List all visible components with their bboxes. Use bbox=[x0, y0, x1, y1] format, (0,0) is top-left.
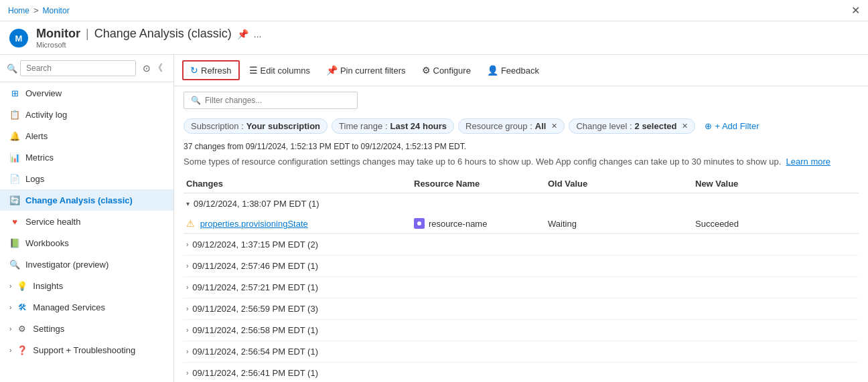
change-cell: ⚠ properties.provisioningState bbox=[184, 218, 411, 229]
nav-activity-log[interactable]: 📋 Activity log bbox=[0, 104, 173, 125]
header-company: Microsoft bbox=[36, 41, 261, 49]
add-filter-label: + Add Filter bbox=[715, 121, 759, 131]
nav-investigator[interactable]: 🔍 Investigator (preview) bbox=[0, 254, 173, 275]
time-range-pill-value: Last 24 hours bbox=[390, 121, 447, 131]
group-header-3[interactable]: › 09/11/2024, 2:57:21 PM EDT (1) bbox=[184, 277, 859, 298]
old-value-cell: Waiting bbox=[545, 219, 693, 229]
nav-alerts-label: Alerts bbox=[25, 131, 48, 141]
change-link[interactable]: properties.provisioningState bbox=[200, 219, 308, 229]
refresh-label: Refresh bbox=[201, 66, 232, 76]
table-row-group-2: › 09/11/2024, 2:57:46 PM EDT (1) bbox=[184, 256, 859, 277]
sidebar-collapse-button[interactable]: ⊙ bbox=[143, 63, 151, 74]
more-options-button[interactable]: ... bbox=[254, 29, 262, 39]
change-analysis-icon: 🔄 bbox=[9, 195, 20, 205]
breadcrumb-monitor[interactable]: Monitor bbox=[43, 6, 70, 15]
group-header-2[interactable]: › 09/11/2024, 2:57:46 PM EDT (1) bbox=[184, 256, 859, 276]
nav-investigator-label: Investigator (preview) bbox=[25, 260, 108, 270]
svg-text:M: M bbox=[15, 33, 23, 43]
resource-name-cell: resource-name bbox=[411, 218, 545, 229]
group-header-7[interactable]: › 09/11/2024, 2:56:41 PM EDT (1) bbox=[184, 363, 859, 382]
nav-support-troubleshooting[interactable]: › ❓ Support + Troubleshooting bbox=[0, 339, 173, 361]
edit-columns-label: Edit columns bbox=[261, 66, 310, 76]
support-icon: ❓ bbox=[17, 345, 27, 355]
resource-group-pill-close[interactable]: ✕ bbox=[551, 122, 557, 130]
nav-managed-services[interactable]: › 🛠 Managed Services bbox=[0, 296, 173, 318]
monitor-icon: M bbox=[8, 27, 29, 49]
group-header-4[interactable]: › 09/11/2024, 2:56:59 PM EDT (3) bbox=[184, 298, 859, 319]
change-level-pill-close[interactable]: ✕ bbox=[682, 122, 688, 130]
group-header-6[interactable]: › 09/11/2024, 2:56:54 PM EDT (1) bbox=[184, 341, 859, 362]
nav-overview[interactable]: ⊞ Overview bbox=[0, 82, 173, 104]
col-old-value: Old Value bbox=[545, 179, 693, 189]
learn-more-link[interactable]: Learn more bbox=[786, 157, 830, 167]
feedback-label: Feedback bbox=[501, 66, 539, 76]
filter-area: 🔍 bbox=[174, 86, 868, 114]
add-filter-button[interactable]: ⊕ + Add Filter bbox=[699, 119, 764, 133]
group-label-3: 09/11/2024, 2:57:21 PM EDT (1) bbox=[192, 282, 318, 292]
table-row-group-4: › 09/11/2024, 2:56:59 PM EDT (3) bbox=[184, 298, 859, 320]
filter-search-icon: 🔍 bbox=[191, 96, 201, 105]
service-health-icon: ♥ bbox=[9, 216, 20, 227]
feedback-button[interactable]: 👤 Feedback bbox=[480, 62, 546, 79]
resource-icon bbox=[414, 218, 425, 229]
close-button[interactable]: ✕ bbox=[851, 4, 860, 17]
pin-filters-label: Pin current filters bbox=[340, 66, 406, 76]
breadcrumb-home[interactable]: Home bbox=[8, 6, 29, 15]
nav-service-health[interactable]: ♥ Service health bbox=[0, 211, 173, 232]
configure-label: Configure bbox=[433, 66, 471, 76]
breadcrumb: Home > Monitor bbox=[8, 5, 70, 15]
nav-metrics[interactable]: 📊 Metrics bbox=[0, 147, 173, 168]
nav-workbooks[interactable]: 📗 Workbooks bbox=[0, 232, 173, 254]
sidebar-expand-button[interactable]: 《 bbox=[153, 62, 163, 74]
filter-input-container[interactable]: 🔍 bbox=[184, 92, 358, 109]
group-expand-icon-5: › bbox=[186, 326, 188, 334]
table-row: ⚠ properties.provisioningState resource-… bbox=[184, 214, 859, 233]
resource-name-text: resource-name bbox=[429, 219, 487, 229]
edit-columns-button[interactable]: ☰ Edit columns bbox=[242, 62, 317, 79]
configure-button[interactable]: ⚙ Configure bbox=[415, 62, 478, 79]
configure-icon: ⚙ bbox=[422, 65, 431, 76]
refresh-button[interactable]: ↻ Refresh bbox=[182, 60, 240, 80]
pin-icon-button[interactable]: 📌 bbox=[237, 29, 248, 39]
nav-alerts[interactable]: 🔔 Alerts bbox=[0, 125, 173, 147]
nav-logs-label: Logs bbox=[25, 174, 44, 184]
header-separator: | bbox=[86, 27, 89, 41]
insights-icon: 💡 bbox=[17, 280, 27, 291]
activity-log-icon: 📋 bbox=[9, 109, 20, 120]
add-filter-icon: ⊕ bbox=[705, 121, 712, 131]
top-bar: Home > Monitor ✕ bbox=[0, 0, 868, 21]
group-header-1[interactable]: › 09/12/2024, 1:37:15 PM EDT (2) bbox=[184, 234, 859, 255]
table-header: Changes Resource Name Old Value New Valu… bbox=[184, 175, 859, 193]
nav-managed-services-label: Managed Services bbox=[33, 302, 105, 312]
nav-insights[interactable]: › 💡 Insights bbox=[0, 275, 173, 296]
group-expand-icon-2: › bbox=[186, 262, 188, 270]
col-changes: Changes bbox=[184, 179, 411, 189]
svg-point-3 bbox=[417, 221, 421, 225]
search-area: 🔍 ⊙ 《 bbox=[0, 55, 173, 82]
pin-filters-icon: 📌 bbox=[326, 65, 338, 76]
settings-icon: ⚙ bbox=[17, 323, 27, 334]
overview-icon: ⊞ bbox=[9, 88, 20, 98]
col-new-value: New Value bbox=[693, 179, 859, 189]
pin-filters-button[interactable]: 📌 Pin current filters bbox=[319, 62, 413, 79]
subscription-pill: Subscription : Your subscription bbox=[184, 118, 328, 134]
group-header-5[interactable]: › 09/11/2024, 2:56:58 PM EDT (1) bbox=[184, 320, 859, 341]
table-row-group-5: › 09/11/2024, 2:56:58 PM EDT (1) bbox=[184, 320, 859, 341]
group-label-6: 09/11/2024, 2:56:54 PM EDT (1) bbox=[192, 347, 318, 357]
resource-group-pill-value: All bbox=[535, 121, 547, 131]
nav-logs[interactable]: 📄 Logs bbox=[0, 168, 173, 189]
logs-icon: 📄 bbox=[9, 173, 20, 184]
group-header-0[interactable]: ▾ 09/12/2024, 1:38:07 PM EDT (1) bbox=[184, 193, 859, 214]
time-range-pill: Time range : Last 24 hours bbox=[332, 118, 454, 134]
nav-settings[interactable]: › ⚙ Settings bbox=[0, 318, 173, 339]
nav-change-analysis[interactable]: 🔄 Change Analysis (classic) bbox=[0, 189, 173, 211]
search-input[interactable] bbox=[20, 60, 136, 76]
warning-icon: ⚠ bbox=[186, 218, 195, 229]
new-value-cell: Succeeded bbox=[693, 219, 859, 229]
alerts-icon: 🔔 bbox=[9, 130, 20, 141]
filter-changes-input[interactable] bbox=[205, 96, 350, 105]
search-icon: 🔍 bbox=[7, 64, 17, 74]
top-bar-right: ✕ bbox=[851, 4, 860, 17]
group-label-2: 09/11/2024, 2:57:46 PM EDT (1) bbox=[192, 261, 318, 271]
metrics-icon: 📊 bbox=[9, 152, 20, 163]
